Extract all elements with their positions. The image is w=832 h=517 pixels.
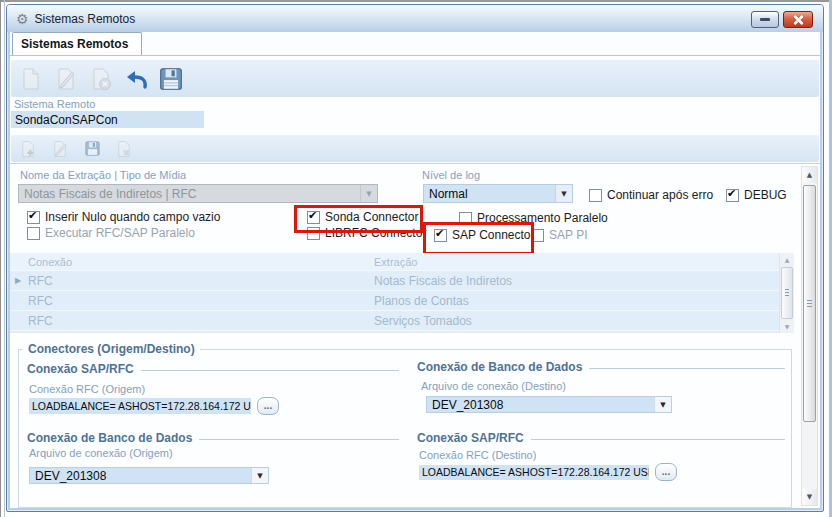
check-icon: ✔: [28, 209, 37, 222]
sistema-remoto-input[interactable]: SondaConSAPCon: [11, 111, 204, 128]
outer-edge-left-inner: [4, 0, 5, 517]
checkbox-box: [531, 229, 544, 242]
dest-rfc-label: Conexão RFC (Destino): [419, 449, 536, 461]
new-document-button[interactable]: [17, 65, 44, 92]
origin-rfc-browse-button[interactable]: ...: [257, 397, 279, 415]
dest-rfc-connection-field[interactable]: LOADBALANCE= ASHOST=172.28.164.172 USE: [419, 465, 649, 480]
tab-sistemas-remotos[interactable]: Sistemas Remotos: [12, 32, 142, 55]
checkbox-sap-connector[interactable]: ✔ SAP Connector: [434, 228, 535, 242]
table-row[interactable]: RFC Serviços Tomados: [10, 311, 794, 331]
extraction-name-combobox[interactable]: Notas Fiscais de Indiretos | RFC ▼: [18, 184, 378, 203]
main-scrollbar-thumb[interactable]: [803, 185, 816, 422]
column-header-extracao: Extração: [374, 256, 794, 268]
chevron-down-icon: ▼: [360, 185, 377, 202]
main-scrollbar[interactable]: ▲ ▼: [801, 166, 818, 506]
close-button[interactable]: [783, 11, 813, 28]
undo-arrow-icon: [123, 66, 149, 92]
main-toolbar: [11, 60, 819, 97]
log-level-combobox[interactable]: Normal ▼: [423, 184, 573, 203]
check-icon: ✔: [308, 209, 317, 222]
checkbox-inserir-nulo[interactable]: ✔ Inserir Nulo quando campo vazio: [27, 210, 220, 224]
undo-button[interactable]: [122, 65, 149, 92]
save-button[interactable]: [157, 65, 184, 92]
dest-rfc-row: LOADBALANCE= ASHOST=172.28.164.172 USE .…: [419, 463, 677, 481]
table-header: Conexão Extração: [10, 253, 794, 271]
dest-sap-section-header: Conexão SAP/RFC: [417, 431, 785, 445]
checkbox-sap-pi[interactable]: SAP PI: [531, 228, 587, 242]
origin-db-file-combobox[interactable]: DEV_201308 ▼: [29, 467, 269, 484]
checkbox-box: [589, 189, 602, 202]
checkbox-librfc-connector[interactable]: LIBRFC Connector: [307, 226, 426, 240]
dest-rfc-browse-button[interactable]: ...: [655, 463, 677, 481]
scroll-up-icon[interactable]: ▲: [780, 253, 794, 266]
dest-db-section-header: Conexão de Banco de Dados: [417, 360, 785, 374]
chevron-down-icon: ▼: [555, 185, 572, 202]
table-scrollbar[interactable]: ▲ ▼: [779, 253, 794, 333]
delete-document-button[interactable]: [87, 65, 114, 92]
scroll-down-icon[interactable]: ▼: [780, 320, 794, 333]
app-window: ⚙ Sistemas Remotos Sistemas Remotos: [6, 4, 824, 512]
extractions-table: Conexão Extração ▶ RFC Notas Fiscais de …: [10, 253, 794, 333]
checkbox-box: ✔: [27, 211, 40, 224]
minimize-button[interactable]: [751, 11, 779, 28]
delete-record-icon: [115, 140, 133, 158]
checkbox-box: ✔: [434, 229, 447, 242]
detail-panel: Nome da Extração | Tipo de Mídia Notas F…: [10, 163, 820, 508]
add-record-button[interactable]: [18, 139, 38, 159]
table-scrollbar-thumb[interactable]: [781, 267, 793, 319]
checkbox-box: [307, 227, 320, 240]
titlebar[interactable]: ⚙ Sistemas Remotos: [7, 5, 823, 32]
edit-document-icon: [54, 67, 78, 91]
column-header-conexao: Conexão: [26, 256, 374, 268]
outer-edge-left: [0, 0, 1, 517]
screen: ⚙ Sistemas Remotos Sistemas Remotos: [0, 0, 832, 517]
connectors-group: Conectores (Origem/Destino) Conexão SAP/…: [18, 349, 792, 508]
add-record-icon: [19, 140, 37, 158]
edit-document-button[interactable]: [52, 65, 79, 92]
minimize-icon: [760, 18, 770, 21]
log-level-label: Nível de log: [422, 169, 480, 181]
dest-db-file-combobox[interactable]: DEV_201308 ▼: [426, 396, 672, 413]
close-icon: [793, 15, 803, 25]
scroll-up-icon[interactable]: ▲: [802, 167, 817, 183]
checkbox-continuar-apos-erro[interactable]: Continuar após erro: [589, 188, 713, 202]
app-gear-icon: ⚙: [16, 12, 29, 26]
delete-document-icon: [89, 67, 113, 91]
new-document-icon: [19, 67, 43, 91]
checkbox-box: ✔: [307, 211, 320, 224]
origin-rfc-connection-field[interactable]: LOADBALANCE= ASHOST=172.28.164.172 USE: [29, 398, 251, 414]
checkbox-box: [459, 212, 472, 225]
scroll-down-icon[interactable]: ▼: [802, 489, 817, 505]
table-row[interactable]: ▶ RFC Notas Fiscais de Indiretos: [10, 271, 794, 291]
chevron-down-icon: ▼: [654, 397, 671, 412]
table-row[interactable]: RFC Planos de Contas: [10, 291, 794, 311]
tab-bar: Sistemas Remotos: [10, 32, 820, 56]
check-icon: ✔: [435, 227, 444, 240]
outer-edge-top: [0, 0, 832, 2]
origin-db-section-header: Conexão de Banco de Dados: [27, 431, 399, 445]
save-disk-icon: [158, 66, 184, 92]
extraction-name-label: Nome da Extração | Tipo de Mídia: [20, 169, 186, 181]
record-toolbar: [11, 135, 819, 162]
window-controls: [751, 11, 813, 28]
checkbox-box: [27, 227, 40, 240]
connectors-group-title: Conectores (Origem/Destino): [23, 342, 200, 356]
window-body: Sistemas Remotos Si: [10, 32, 820, 508]
checkbox-executar-rfc-paralelo[interactable]: Executar RFC/SAP Paralelo: [27, 226, 195, 240]
checkbox-sonda-connector[interactable]: ✔ Sonda Connector: [307, 210, 418, 224]
check-icon: ✔: [727, 187, 736, 200]
chevron-down-icon: ▼: [251, 468, 268, 483]
save-record-button[interactable]: [82, 139, 102, 159]
edit-record-button[interactable]: [50, 139, 70, 159]
window-title: Sistemas Remotos: [35, 12, 136, 26]
dest-db-file-label: Arquivo de conexão (Destino): [421, 380, 566, 392]
checkbox-processamento-paralelo[interactable]: Processamento Paralelo: [459, 211, 608, 225]
checkbox-box: ✔: [726, 189, 739, 202]
origin-rfc-row: LOADBALANCE= ASHOST=172.28.164.172 USE .…: [29, 397, 279, 415]
origin-sap-section-header: Conexão SAP/RFC: [27, 362, 399, 376]
delete-record-button[interactable]: [114, 139, 134, 159]
row-pointer-icon: ▶: [15, 276, 21, 285]
sistema-remoto-label: Sistema Remoto: [14, 98, 95, 110]
edit-record-icon: [51, 140, 69, 158]
checkbox-debug[interactable]: ✔ DEBUG: [726, 188, 787, 202]
